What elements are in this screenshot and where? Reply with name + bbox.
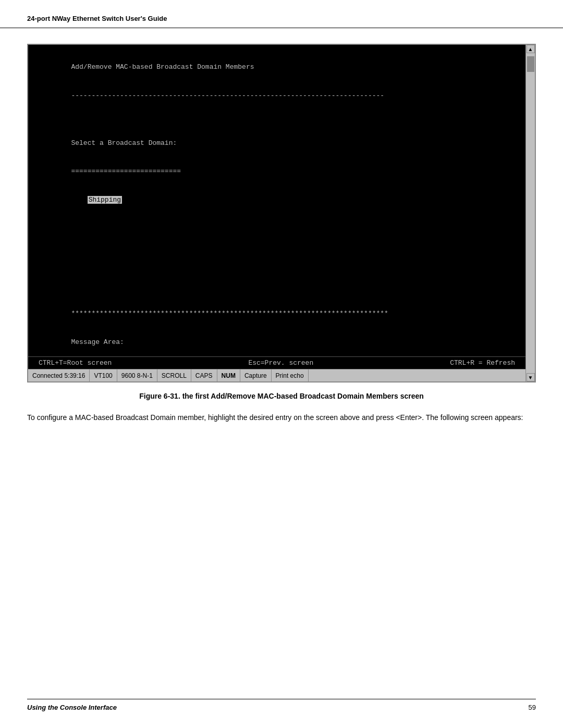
status-print-echo: Print echo [272, 369, 309, 381]
body-text: To configure a MAC-based Broadcast Domai… [27, 412, 536, 423]
terminal-blank-6 [39, 243, 515, 252]
scroll-down-button[interactable]: ▼ [527, 373, 535, 381]
terminal-select-label: Select a Broadcast Domain: [39, 129, 515, 158]
terminal-blank-7 [39, 252, 515, 262]
terminal-stars: ****************************************… [39, 300, 515, 328]
terminal-blank-1 [39, 110, 515, 119]
page-header: 24-port NWay Ethernet Switch User's Guid… [0, 0, 563, 28]
scrollbar-thumb[interactable] [527, 56, 534, 72]
nav-left: CTRL+T=Root screen [39, 359, 112, 367]
terminal-message-area: Message Area: [39, 328, 515, 356]
footer-left: Using the Console Interface [27, 704, 117, 711]
terminal-status-bar: Connected 5:39:16 VT100 9600 8-N-1 SCROL… [28, 369, 535, 381]
terminal-blank-9 [39, 271, 515, 280]
terminal-blank-3 [39, 214, 515, 224]
status-num: NUM [217, 369, 240, 381]
terminal-selected-item-line: Shipping [39, 186, 515, 215]
terminal-separator: ----------------------------------------… [39, 82, 515, 110]
nav-center: Esc=Prev. screen [248, 359, 313, 367]
terminal-screenshot: ▲ ▼ Add/Remove MAC-based Broadcast Domai… [27, 44, 536, 382]
terminal-scrollbar[interactable]: ▲ ▼ [525, 45, 535, 381]
footer-right: 59 [529, 704, 536, 711]
terminal-blank-5 [39, 233, 515, 243]
nav-right: CTRL+R = Refresh [450, 359, 515, 367]
scroll-up-button[interactable]: ▲ [527, 45, 535, 53]
page-footer: Using the Console Interface 59 [27, 699, 536, 711]
status-scroll: SCROLL [157, 369, 191, 381]
status-vt: VT100 [90, 369, 117, 381]
terminal-blank-11 [39, 290, 515, 300]
terminal-blank-8 [39, 262, 515, 271]
status-connected: Connected 5:39:16 [28, 369, 90, 381]
terminal-content: Add/Remove MAC-based Broadcast Domain Me… [28, 45, 525, 356]
status-baud: 9600 8-N-1 [117, 369, 157, 381]
status-caps: CAPS [191, 369, 217, 381]
terminal-equals: =========================== [39, 157, 515, 186]
terminal-nav-content: CTRL+T=Root screen Esc=Prev. screen CTRL… [39, 359, 515, 367]
terminal-selected-item[interactable]: Shipping [88, 196, 122, 204]
header-title: 24-port NWay Ethernet Switch User's Guid… [27, 15, 167, 22]
terminal-blank-10 [39, 281, 515, 290]
page-content: ▲ ▼ Add/Remove MAC-based Broadcast Domai… [0, 28, 563, 423]
status-resize-handle: // [309, 372, 535, 380]
terminal-nav-bar: CTRL+T=Root screen Esc=Prev. screen CTRL… [28, 356, 525, 369]
status-capture: Capture [240, 369, 272, 381]
terminal-blank-2 [39, 119, 515, 129]
terminal-blank-4 [39, 224, 515, 233]
terminal-title-line: Add/Remove MAC-based Broadcast Domain Me… [39, 53, 515, 82]
figure-caption: Figure 6-31. the first Add/Remove MAC-ba… [27, 392, 536, 400]
